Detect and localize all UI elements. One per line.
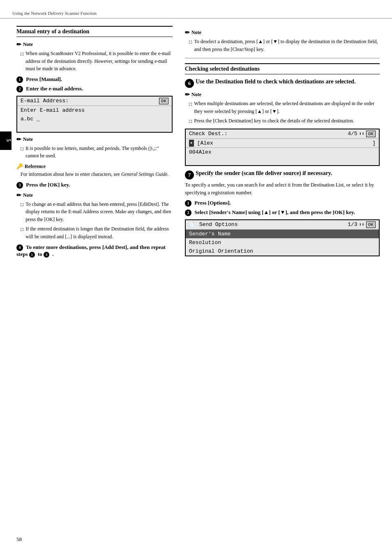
- step-ref-3: 3: [44, 252, 49, 258]
- checkbox-sym: □: [21, 201, 23, 223]
- right-column: ✏ Note □ To deselect a destination, pres…: [185, 26, 380, 260]
- checkbox-sym: □: [21, 145, 23, 160]
- breadcrumb: Using the Network Delivery Scanner Funct…: [0, 8, 392, 18]
- step-2: 2 Enter the e-mail address.: [16, 85, 173, 92]
- note-icon-4: ✏: [185, 91, 190, 98]
- lcd-screen-2: Check Dest.: 4/5 ⬆⬇ OK ▪ [Alex ] 004Alex: [185, 129, 380, 166]
- reference-icon: 🔑: [16, 163, 23, 170]
- lcd2-row3: 004Alex: [186, 148, 379, 157]
- main-content: Manual entry of a destination ✏ Note □ W…: [0, 26, 392, 260]
- checkbox-sym: □: [21, 50, 23, 73]
- note-item: □ When multiple destinations are selecte…: [189, 100, 380, 115]
- lcd-ok-1: OK: [159, 98, 168, 104]
- step-7b: 2 Select [Sender's Name] using [▲] or [▼…: [185, 209, 380, 216]
- checkbox-sym: □: [189, 38, 192, 53]
- lcd2-icon-highlighted: ▪: [189, 140, 194, 147]
- lcd3-arrows: ⬆⬇: [359, 222, 364, 227]
- note-item: □ If the entered destination is longer t…: [21, 225, 173, 240]
- lcd2-row1: Check Dest.: 4/5 ⬆⬇ OK: [186, 129, 379, 139]
- note-item: □ To change an e-mail address that has b…: [21, 200, 173, 223]
- step-7-body: To specify a sender, you can search for …: [185, 181, 380, 197]
- lcd3-doc-icon: 📄: [189, 222, 195, 227]
- step-circle-1: 1: [16, 76, 23, 83]
- note-content-1: □ When using ScanRouter V2 Professional,…: [21, 50, 173, 73]
- lcd3-row1: 📄 Send Options 1/3 ⬆⬇ OK: [186, 220, 379, 230]
- lcd-row-3: a.bc _: [17, 115, 172, 123]
- left-section-heading: Manual entry of a destination: [16, 26, 173, 37]
- step-4: 4 To enter more destinations, press [Add…: [16, 244, 173, 258]
- right-section-heading: Checking selected destinations: [185, 63, 380, 74]
- checkbox-sym: □: [21, 226, 23, 240]
- step-6-large: 6 Use the Destination field to check whi…: [185, 78, 380, 88]
- lcd3-row2-highlighted: Sender's Name: [186, 230, 379, 238]
- left-column: Manual entry of a destination ✏ Note □ W…: [16, 26, 173, 260]
- step-7-large: 7 Specify the sender (scan file deliver …: [185, 170, 380, 180]
- note-title-4: ✏ Note: [185, 91, 380, 98]
- page-number: 58: [16, 536, 22, 543]
- step-large-num-6: 6: [185, 79, 194, 88]
- note-content-4: □ When multiple destinations are selecte…: [189, 100, 380, 125]
- note-block-4: ✏ Note □ When multiple destinations are …: [185, 91, 380, 125]
- divider-right: [185, 58, 380, 58]
- note-icon-deselect: ✏: [185, 29, 190, 36]
- lcd3-nav: 1/3 ⬆⬇ OK: [348, 221, 376, 228]
- checkbox-sym: □: [189, 100, 192, 115]
- note-title-1: ✏ Note: [16, 41, 173, 48]
- step-1: 1 Press [Manual].: [16, 76, 173, 83]
- step-ref-1: 1: [29, 252, 35, 258]
- note-icon-1: ✏: [16, 41, 21, 48]
- step-circle-3: 3: [16, 182, 23, 189]
- reference-content-1: For information about how to enter chara…: [21, 170, 173, 178]
- note-block-2: ✏ Note □ It is possible to use letters, …: [16, 136, 173, 160]
- lcd3-ok: OK: [366, 221, 376, 228]
- reference-title-1: 🔑 Reference: [16, 163, 173, 170]
- note-icon-3: ✏: [16, 192, 21, 199]
- lcd-screen-3: 📄 Send Options 1/3 ⬆⬇ OK Sender's Name R…: [185, 219, 380, 256]
- lcd2-nav: 4/5 ⬆⬇ OK: [348, 131, 376, 137]
- step-7a: 1 Press [Options].: [185, 200, 380, 207]
- note-deselect: ✏ Note □ To deselect a destination, pres…: [185, 29, 380, 53]
- step-circle-7a: 1: [185, 200, 191, 207]
- step-3: 3 Press the [OK] key.: [16, 182, 173, 189]
- step-large-num-7: 7: [185, 170, 194, 180]
- page-container: Using the Network Delivery Scanner Funct…: [0, 0, 392, 555]
- lcd-row-4: [17, 123, 172, 132]
- note-block-3: ✏ Note □ To change an e-mail address tha…: [16, 192, 173, 241]
- reference-italic: General Settings Guide.: [121, 171, 169, 177]
- step-circle-2: 2: [16, 86, 23, 92]
- note-content-deselect: □ To deselect a destination, press [▲] o…: [189, 38, 380, 53]
- note-item: □ To deselect a destination, press [▲] o…: [189, 38, 380, 53]
- note-block-1: ✏ Note □ When using ScanRouter V2 Profes…: [16, 41, 173, 73]
- lcd3-row4: Original Orientation: [186, 247, 379, 256]
- step-circle-7b: 2: [185, 210, 191, 216]
- lcd3-row3: Resolution: [186, 238, 379, 247]
- lcd2-row2: ▪ [Alex ]: [186, 139, 379, 148]
- note-title-2: ✏ Note: [16, 136, 173, 143]
- reference-block-1: 🔑 Reference For information about how to…: [16, 163, 173, 178]
- note-item: □ It is possible to use letters, number,…: [21, 145, 173, 160]
- note-title-deselect: ✏ Note: [185, 29, 380, 36]
- note-item: □ Press the [Check Destination] key to c…: [189, 117, 380, 125]
- note-icon-2: ✏: [16, 136, 21, 143]
- step-circle-4: 4: [16, 244, 23, 251]
- checkbox-sym: □: [189, 117, 192, 125]
- note-content-2: □ It is possible to use letters, number,…: [21, 145, 173, 160]
- note-title-3: ✏ Note: [16, 192, 173, 199]
- lcd-screen-1: E-mail Address: OK Enter E-mail address …: [16, 96, 173, 133]
- lcd2-row4: [186, 157, 379, 165]
- lcd-row-2: Enter E-mail address: [17, 106, 172, 115]
- note-item: □ When using ScanRouter V2 Professional,…: [21, 50, 173, 73]
- lcd2-arrows: ⬆⬇: [359, 131, 364, 136]
- chapter-tab: 5: [0, 131, 12, 150]
- lcd2-ok: OK: [366, 131, 376, 137]
- note-content-3: □ To change an e-mail address that has b…: [21, 200, 173, 241]
- lcd-row-1: E-mail Address: OK: [17, 97, 172, 106]
